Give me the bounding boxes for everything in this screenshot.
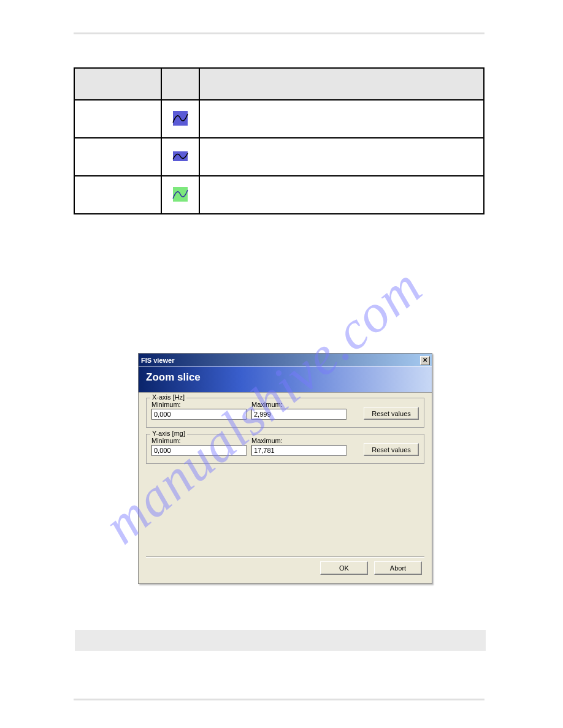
table-cell [74, 176, 161, 214]
dialog-spacer [146, 470, 424, 553]
table-cell [199, 176, 484, 214]
wave-blue-icon [171, 109, 190, 127]
dialog-footer: OK Abort [146, 561, 424, 575]
table-cell-icon [161, 176, 199, 214]
y-reset-button[interactable]: Reset values [364, 443, 419, 456]
dialog-titlebar[interactable]: FIS viewer ✕ [139, 354, 432, 366]
x-axis-fieldset: X-axis [Hz] Minimum: Maximum: Reset valu… [146, 398, 424, 428]
table-row [74, 138, 484, 176]
table-header-row [74, 68, 484, 100]
x-min-input[interactable] [151, 409, 247, 420]
top-rule [74, 32, 484, 34]
table-row [74, 100, 484, 138]
bottom-grey-bar [75, 630, 486, 651]
wave-small-icon [171, 150, 190, 163]
x-max-label: Maximum: [251, 401, 347, 408]
fis-viewer-dialog: FIS viewer ✕ Zoom slice X-axis [Hz] Mini… [138, 353, 432, 584]
x-axis-legend: X-axis [Hz] [150, 393, 186, 401]
x-reset-button[interactable]: Reset values [364, 407, 419, 420]
x-min-label: Minimum: [151, 401, 247, 408]
y-max-label: Maximum: [251, 437, 347, 444]
ok-button[interactable]: OK [320, 561, 368, 575]
table-cell-icon [161, 138, 199, 176]
y-min-input[interactable] [151, 445, 247, 456]
table-row [74, 176, 484, 214]
table-cell [199, 138, 484, 176]
table-header-cell [199, 68, 484, 100]
dialog-subtitle: Zoom slice [139, 366, 432, 393]
y-max-input[interactable] [251, 445, 347, 456]
icon-table [74, 67, 484, 214]
table-header-cell [161, 68, 199, 100]
table-cell-icon [161, 100, 199, 138]
table-cell [199, 100, 484, 138]
y-min-label: Minimum: [151, 437, 247, 444]
table-cell [74, 138, 161, 176]
x-max-input[interactable] [251, 409, 347, 420]
footer-separator [146, 556, 424, 558]
dialog-body: X-axis [Hz] Minimum: Maximum: Reset valu… [139, 393, 432, 583]
table-cell [74, 100, 161, 138]
y-axis-legend: Y-axis [mg] [150, 430, 187, 437]
bottom-rule [74, 699, 484, 700]
table-header-cell [74, 68, 161, 100]
close-icon[interactable]: ✕ [420, 356, 430, 365]
y-axis-fieldset: Y-axis [mg] Minimum: Maximum: Reset valu… [146, 434, 424, 464]
wave-green-icon [171, 185, 190, 203]
dialog-title: FIS viewer [141, 357, 174, 364]
abort-button[interactable]: Abort [374, 561, 422, 575]
